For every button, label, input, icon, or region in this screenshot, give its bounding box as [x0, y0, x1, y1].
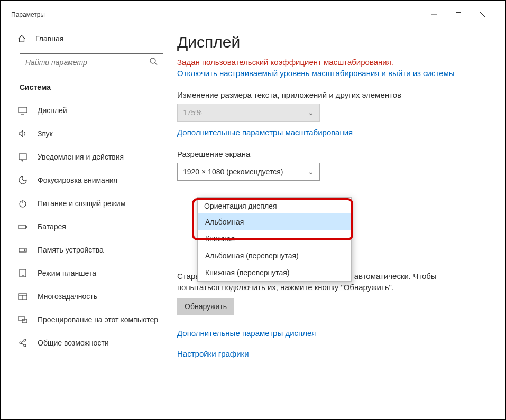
chevron-down-icon: ⌄ [308, 167, 314, 176]
sidebar-item-label: Звук [38, 129, 53, 138]
sidebar-item-shared[interactable]: Общие возможности [7, 331, 176, 354]
svg-rect-12 [26, 226, 27, 228]
tablet-icon [17, 268, 28, 278]
resolution-dropdown[interactable]: 1920 × 1080 (рекомендуется) ⌄ [177, 163, 320, 181]
sidebar-item-power[interactable]: Питание и спящий режим [7, 192, 176, 215]
svg-point-14 [24, 250, 25, 251]
shared-icon [17, 338, 28, 348]
sidebar-item-label: Фокусировка внимания [38, 176, 117, 184]
page-title: Дисплей [177, 33, 483, 51]
svg-rect-8 [19, 154, 26, 160]
svg-line-5 [155, 63, 157, 65]
scale-dropdown[interactable]: 175% ⌄ [177, 104, 320, 122]
sidebar-item-project[interactable]: Проецирование на этот компьютер [7, 308, 176, 331]
orientation-option-landscape[interactable]: Альбомная [198, 213, 351, 230]
sidebar-item-label: Общие возможности [38, 339, 109, 347]
orientation-option-landscape-flipped[interactable]: Альбомная (перевернутая) [198, 247, 351, 264]
orientation-option-portrait[interactable]: Книжная [198, 230, 351, 247]
svg-rect-1 [456, 13, 461, 17]
sidebar-item-display[interactable]: Дисплей [7, 99, 176, 122]
sidebar-item-label: Батарея [38, 222, 66, 231]
sidebar-section-title: Система [7, 78, 176, 99]
battery-icon [17, 222, 28, 231]
orientation-option-portrait-flipped[interactable]: Книжная (перевернутая) [198, 264, 351, 281]
home-icon [17, 34, 26, 43]
sidebar-home-label: Главная [35, 34, 63, 43]
svg-line-25 [22, 341, 24, 342]
sidebar-item-focus[interactable]: Фокусировка внимания [7, 169, 176, 192]
maximize-button[interactable] [446, 7, 471, 23]
window-title: Параметры [11, 11, 45, 18]
orientation-dropdown-popup: Ориентация дисплея Альбомная Книжная Аль… [197, 197, 352, 282]
svg-point-24 [24, 344, 26, 347]
orientation-label: Ориентация дисплея [198, 198, 351, 213]
search-icon [149, 57, 158, 68]
titlebar: Параметры [7, 7, 499, 23]
detect-button[interactable]: Обнаружить [177, 298, 234, 315]
sidebar-item-label: Память устройства [38, 246, 104, 254]
sidebar-item-label: Питание и спящий режим [38, 199, 125, 208]
sidebar-item-label: Проецирование на этот компьютер [38, 315, 158, 324]
graphics-settings-link[interactable]: Настройки графики [177, 348, 483, 359]
svg-rect-20 [19, 316, 24, 321]
search-input[interactable] [20, 53, 163, 71]
disable-scaling-link[interactable]: Отключить настраиваемый уровень масштаби… [177, 68, 483, 79]
resolution-value: 1920 × 1080 (рекомендуется) [183, 167, 283, 176]
storage-icon [17, 245, 28, 255]
close-button[interactable] [471, 7, 495, 23]
scale-value: 175% [183, 108, 202, 117]
svg-point-23 [24, 339, 26, 341]
sidebar-home[interactable]: Главная [7, 28, 176, 49]
notification-icon [17, 152, 28, 162]
display-icon [17, 106, 28, 115]
sidebar-item-sound[interactable]: Звук [7, 122, 176, 145]
sidebar-item-notifications[interactable]: Уведомления и действия [7, 145, 176, 169]
power-icon [17, 199, 28, 208]
scale-label: Изменение размера текста, приложений и д… [177, 90, 483, 99]
sidebar-item-label: Многозадачность [38, 292, 97, 301]
sidebar-item-label: Уведомления и действия [38, 153, 124, 161]
sidebar-item-multitask[interactable]: Многозадачность [7, 285, 176, 308]
minimize-button[interactable] [422, 7, 446, 23]
search-field[interactable] [25, 58, 149, 67]
focus-icon [17, 175, 28, 185]
sidebar-item-storage[interactable]: Память устройства [7, 238, 176, 262]
svg-line-26 [22, 343, 24, 345]
scaling-warning: Задан пользовательский коэффициент масшт… [177, 57, 483, 68]
sidebar-item-tablet[interactable]: Режим планшета [7, 262, 176, 285]
multitask-icon [17, 292, 28, 301]
svg-rect-6 [19, 107, 27, 113]
chevron-down-icon: ⌄ [308, 108, 314, 117]
project-icon [17, 315, 28, 324]
sound-icon [17, 129, 28, 138]
svg-point-22 [20, 342, 22, 344]
sidebar-item-battery[interactable]: Батарея [7, 215, 176, 238]
advanced-scaling-link[interactable]: Дополнительные параметры масштабирования [177, 127, 483, 138]
svg-rect-11 [19, 225, 26, 229]
sidebar-item-label: Режим планшета [38, 269, 96, 277]
sidebar: Главная Система Дисплей Звук Уведомления… [7, 23, 176, 413]
resolution-label: Разрешение экрана [177, 150, 483, 158]
sidebar-item-label: Дисплей [38, 106, 67, 115]
svg-point-4 [150, 58, 155, 63]
advanced-display-link[interactable]: Дополнительные параметры дисплея [177, 328, 483, 339]
